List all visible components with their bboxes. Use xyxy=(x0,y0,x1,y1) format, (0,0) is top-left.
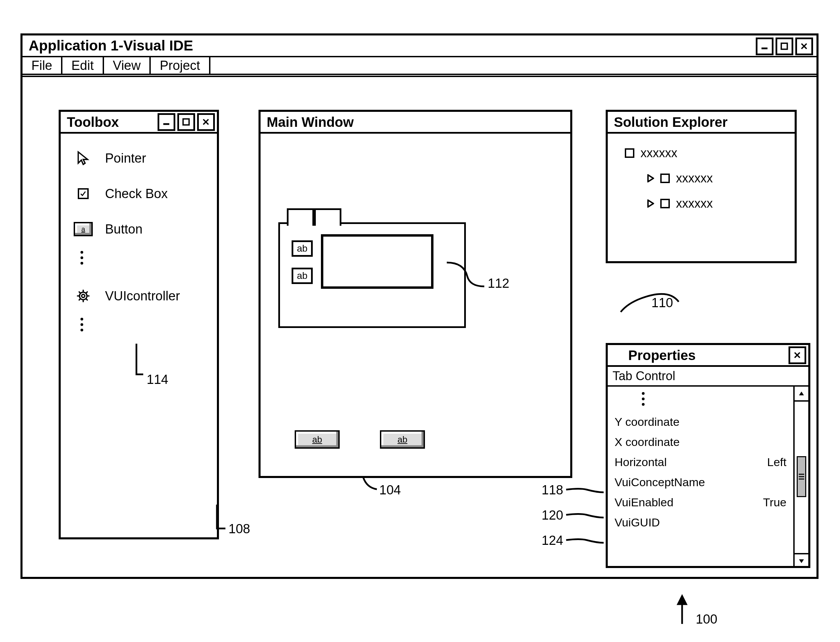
textbox-control[interactable]: ab xyxy=(292,240,313,257)
svg-rect-1 xyxy=(782,43,788,49)
properties-scrollbar[interactable] xyxy=(793,387,808,568)
app-titlebar: Application 1-Visual IDE xyxy=(23,36,816,57)
button-control[interactable]: ab xyxy=(295,430,340,449)
callout-120: 120 xyxy=(542,508,563,523)
menubar: File Edit View Project xyxy=(23,57,816,75)
expand-icon[interactable] xyxy=(647,199,654,208)
maximize-button[interactable] xyxy=(775,37,793,55)
tree-label: xxxxxx xyxy=(676,196,713,211)
toolbox-minimize-button[interactable] xyxy=(157,113,175,131)
tool-label: Pointer xyxy=(105,151,146,166)
property-row[interactable]: Y coordinate xyxy=(615,412,786,432)
menu-file[interactable]: File xyxy=(23,57,62,74)
callout-100: 100 xyxy=(696,612,717,627)
node-icon xyxy=(660,199,670,208)
app-title: Application 1-Visual IDE xyxy=(29,37,193,54)
solution-explorer-panel: Solution Explorer xxxxxx xxxxxx xyxy=(606,110,797,263)
ellipsis-icon xyxy=(68,251,210,264)
callout-110: 110 xyxy=(651,296,673,310)
tree-label: xxxxxx xyxy=(641,146,677,160)
callout-112: 112 xyxy=(488,276,509,291)
tool-checkbox[interactable]: Check Box xyxy=(68,176,210,211)
properties-close-button[interactable] xyxy=(788,346,806,364)
property-row[interactable]: VuiEnabledTrue xyxy=(615,492,786,512)
property-row[interactable]: VuiGUID xyxy=(615,512,786,533)
main-window-panel: Main Window ab ab ab ab xyxy=(258,110,572,478)
callout-104: 104 xyxy=(379,483,401,498)
properties-selected-object[interactable]: Tab Control xyxy=(608,367,808,387)
properties-title: Properties xyxy=(628,348,696,363)
pointer-icon xyxy=(74,149,93,168)
tool-label: Check Box xyxy=(105,186,168,201)
form-designer[interactable]: ab ab ab ab xyxy=(261,134,570,498)
tool-label: VUIcontroller xyxy=(105,289,180,303)
tab-control[interactable]: ab ab xyxy=(278,222,466,328)
tree-child[interactable]: xxxxxx xyxy=(615,191,788,216)
menu-edit[interactable]: Edit xyxy=(62,57,104,74)
checkbox-icon xyxy=(74,184,93,203)
toolbox-close-button[interactable] xyxy=(197,113,215,131)
solution-explorer-title: Solution Explorer xyxy=(614,115,728,130)
main-window-title: Main Window xyxy=(267,115,354,130)
minimize-button[interactable] xyxy=(756,37,774,55)
gear-icon xyxy=(74,286,93,305)
callout-124: 124 xyxy=(542,533,563,548)
textbox-control[interactable]: ab xyxy=(292,268,313,284)
callout-114: 114 xyxy=(147,372,168,387)
tree-child[interactable]: xxxxxx xyxy=(615,166,788,191)
ellipsis-icon xyxy=(615,392,786,406)
tool-pointer[interactable]: Pointer xyxy=(68,141,210,176)
close-button[interactable] xyxy=(795,37,813,55)
tool-vuicontroller[interactable]: VUIcontroller xyxy=(68,278,210,314)
button-icon: a xyxy=(74,220,93,239)
tree-root[interactable]: xxxxxx xyxy=(615,141,788,166)
properties-title-bar: Properties xyxy=(608,345,808,367)
panel-control[interactable] xyxy=(321,234,433,289)
node-icon xyxy=(660,173,670,183)
button-control[interactable]: ab xyxy=(380,430,425,449)
toolbox-title: Toolbox xyxy=(67,115,119,130)
tool-label: Button xyxy=(105,222,143,237)
svg-rect-2 xyxy=(163,123,170,125)
expand-icon[interactable] xyxy=(647,174,654,182)
svg-rect-3 xyxy=(183,119,189,125)
node-icon xyxy=(625,148,634,158)
ellipsis-icon xyxy=(68,318,210,331)
callout-108: 108 xyxy=(229,522,250,536)
svg-rect-0 xyxy=(762,48,768,49)
menu-project[interactable]: Project xyxy=(151,57,210,74)
menu-view[interactable]: View xyxy=(104,57,151,74)
properties-panel: Properties Tab Control Y coordinate X co… xyxy=(606,343,810,568)
main-window-title-bar: Main Window xyxy=(261,112,570,134)
toolbox-maximize-button[interactable] xyxy=(177,113,195,131)
property-row[interactable]: X coordinate xyxy=(615,432,786,452)
scroll-track[interactable] xyxy=(795,402,808,553)
app-window: Application 1-Visual IDE File Edit View … xyxy=(21,33,819,579)
workspace: Toolbox Pointer xyxy=(23,77,816,577)
scroll-thumb[interactable] xyxy=(797,456,806,497)
property-row[interactable]: HorizontalLeft xyxy=(615,452,786,472)
svg-point-5 xyxy=(81,294,84,297)
scroll-up-icon[interactable] xyxy=(795,387,808,402)
tool-button[interactable]: a Button xyxy=(68,211,210,247)
scroll-down-icon[interactable] xyxy=(795,553,808,568)
properties-list: Y coordinate X coordinate HorizontalLeft… xyxy=(608,387,793,568)
property-row[interactable]: VuiConceptName xyxy=(615,472,786,492)
toolbox-title-bar: Toolbox xyxy=(61,112,217,134)
callout-118: 118 xyxy=(542,483,563,498)
solution-explorer-title-bar: Solution Explorer xyxy=(608,112,795,134)
tree-label: xxxxxx xyxy=(676,171,713,185)
toolbox-panel: Toolbox Pointer xyxy=(58,110,219,539)
